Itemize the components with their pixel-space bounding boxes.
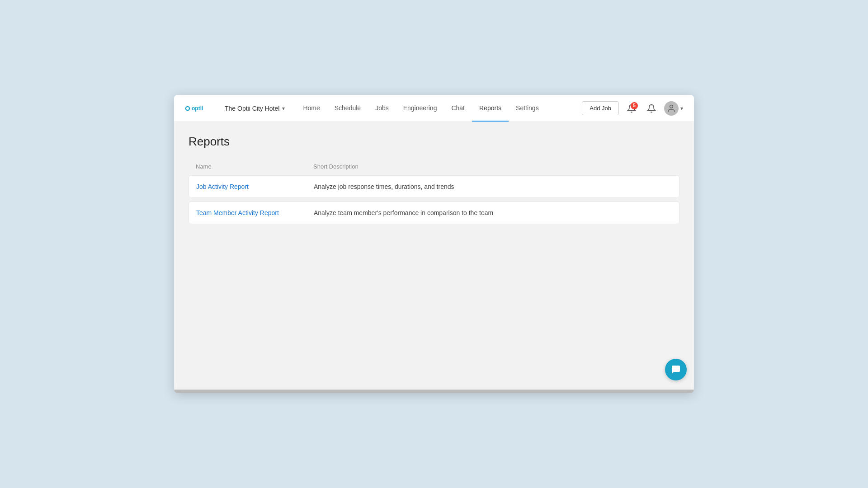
browser-window: optii The Optii City Hotel ▾ Home Schedu… [174, 95, 694, 393]
logo-area: optii [185, 102, 212, 115]
main-nav: Home Schedule Jobs Engineering Chat Repo… [296, 95, 582, 122]
table-row[interactable]: Team Member Activity Report Analyze team… [189, 202, 679, 224]
optii-logo: optii [185, 102, 212, 115]
main-content: Reports Name Short Description Job Activ… [174, 122, 694, 389]
table-row[interactable]: Job Activity Report Analyze job response… [189, 175, 679, 198]
app-header: optii The Optii City Hotel ▾ Home Schedu… [174, 95, 694, 122]
column-header-name: Name [196, 163, 313, 170]
hotel-name: The Optii City Hotel [225, 105, 279, 112]
avatar-icon [667, 104, 676, 113]
nav-item-jobs[interactable]: Jobs [368, 95, 396, 122]
report-name-team-member[interactable]: Team Member Activity Report [196, 209, 314, 216]
nav-item-home[interactable]: Home [296, 95, 327, 122]
notifications-button[interactable]: 5 [624, 101, 639, 116]
user-chevron-icon: ▾ [680, 105, 683, 112]
notification-badge: 5 [631, 102, 638, 109]
alert-button[interactable] [644, 101, 659, 116]
scrollbar[interactable] [174, 389, 694, 393]
report-name-job-activity[interactable]: Job Activity Report [196, 183, 314, 190]
table-header: Name Short Description [189, 160, 679, 174]
svg-point-4 [670, 105, 673, 108]
add-job-button[interactable]: Add Job [582, 101, 619, 115]
svg-point-1 [186, 107, 189, 110]
header-actions: Add Job 5 [582, 101, 683, 116]
nav-item-settings[interactable]: Settings [509, 95, 546, 122]
user-avatar [664, 101, 679, 116]
reports-table: Name Short Description Job Activity Repo… [189, 160, 679, 224]
nav-item-chat[interactable]: Chat [444, 95, 472, 122]
scrollbar-thumb[interactable] [174, 390, 694, 393]
alert-icon [647, 104, 656, 113]
column-header-description: Short Description [313, 163, 672, 170]
nav-item-reports[interactable]: Reports [472, 95, 509, 122]
chat-icon [670, 364, 681, 375]
page-title: Reports [189, 135, 679, 149]
svg-text:optii: optii [192, 105, 203, 111]
hotel-selector[interactable]: The Optii City Hotel ▾ [221, 103, 288, 114]
report-desc-job-activity: Analyze job response times, durations, a… [314, 183, 672, 190]
nav-item-engineering[interactable]: Engineering [396, 95, 444, 122]
chevron-down-icon: ▾ [282, 105, 285, 112]
user-menu[interactable]: ▾ [664, 101, 683, 116]
nav-item-schedule[interactable]: Schedule [327, 95, 368, 122]
chat-support-button[interactable] [665, 359, 687, 380]
report-desc-team-member: Analyze team member's performance in com… [314, 209, 672, 216]
